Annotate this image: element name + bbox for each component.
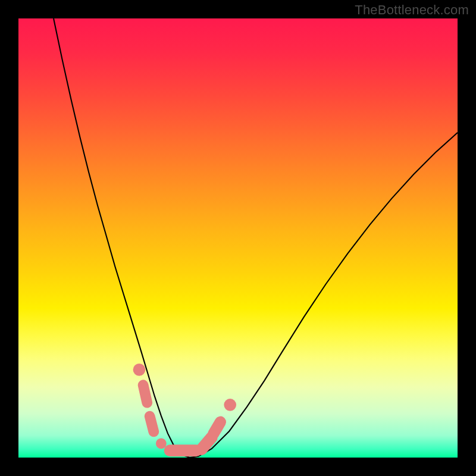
- marker-capsule: [150, 416, 154, 432]
- chart-svg: [18, 18, 458, 458]
- marker-dot: [156, 439, 167, 449]
- bottleneck-curve: [54, 18, 458, 458]
- marker-dot: [224, 399, 236, 411]
- watermark-text: TheBottleneck.com: [355, 2, 469, 18]
- marker-capsule: [202, 437, 212, 449]
- marker-capsule: [143, 385, 148, 403]
- plot-area: [18, 18, 458, 458]
- chart-frame: TheBottleneck.com: [0, 0, 476, 476]
- marker-dot: [133, 364, 146, 376]
- marker-capsule: [214, 422, 221, 434]
